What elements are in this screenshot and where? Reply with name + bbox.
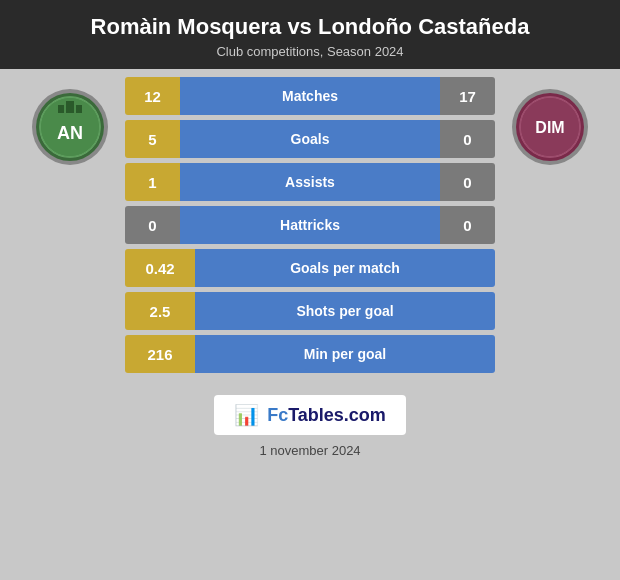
stat-row-min-per-goal: 216 Min per goal	[125, 335, 495, 373]
club-logo-dim: DIM	[510, 87, 590, 171]
assists-label: Assists	[180, 163, 440, 201]
footer-logo: 📊 FcTables.com	[214, 395, 406, 435]
assists-value-right: 0	[440, 163, 495, 201]
title-section: Romàin Mosquera vs Londoño Castañeda Clu…	[0, 0, 620, 69]
stat-row-assists: 1 Assists 0	[125, 163, 495, 201]
club-logo-right-area: DIM	[495, 77, 605, 171]
hattricks-value-right: 0	[440, 206, 495, 244]
matches-label: Matches	[180, 77, 440, 115]
club-logo-nacional: AN	[30, 87, 110, 171]
svg-rect-4	[66, 101, 74, 113]
footer-logo-text: FcTables.com	[267, 405, 386, 426]
stat-row-matches: 12 Matches 17	[125, 77, 495, 115]
svg-text:AN: AN	[57, 123, 83, 143]
main-content: AN 12 Matches 17 5 Goals 0 1 Assists 0	[0, 77, 620, 373]
stats-container: 12 Matches 17 5 Goals 0 1 Assists 0 0 Ha…	[125, 77, 495, 373]
goals-per-match-label: Goals per match	[195, 249, 495, 287]
svg-rect-3	[58, 105, 64, 113]
club-logo-left-area: AN	[15, 77, 125, 171]
shots-per-goal-value: 2.5	[125, 292, 195, 330]
page-title: Romàin Mosquera vs Londoño Castañeda	[20, 14, 600, 40]
goals-value-left: 5	[125, 120, 180, 158]
stat-row-hattricks: 0 Hattricks 0	[125, 206, 495, 244]
hattricks-label: Hattricks	[180, 206, 440, 244]
matches-value-right: 17	[440, 77, 495, 115]
min-per-goal-value: 216	[125, 335, 195, 373]
chart-icon: 📊	[234, 403, 259, 427]
assists-value-left: 1	[125, 163, 180, 201]
page-subtitle: Club competitions, Season 2024	[20, 44, 600, 59]
svg-rect-5	[76, 105, 82, 113]
goals-label: Goals	[180, 120, 440, 158]
stat-row-shots-per-goal: 2.5 Shots per goal	[125, 292, 495, 330]
hattricks-value-left: 0	[125, 206, 180, 244]
stat-row-goals-per-match: 0.42 Goals per match	[125, 249, 495, 287]
svg-text:DIM: DIM	[535, 119, 564, 136]
goals-per-match-value: 0.42	[125, 249, 195, 287]
date-text: 1 november 2024	[259, 443, 360, 458]
shots-per-goal-label: Shots per goal	[195, 292, 495, 330]
page-container: Romàin Mosquera vs Londoño Castañeda Clu…	[0, 0, 620, 580]
stat-row-goals: 5 Goals 0	[125, 120, 495, 158]
matches-value-left: 12	[125, 77, 180, 115]
goals-value-right: 0	[440, 120, 495, 158]
min-per-goal-label: Min per goal	[195, 335, 495, 373]
